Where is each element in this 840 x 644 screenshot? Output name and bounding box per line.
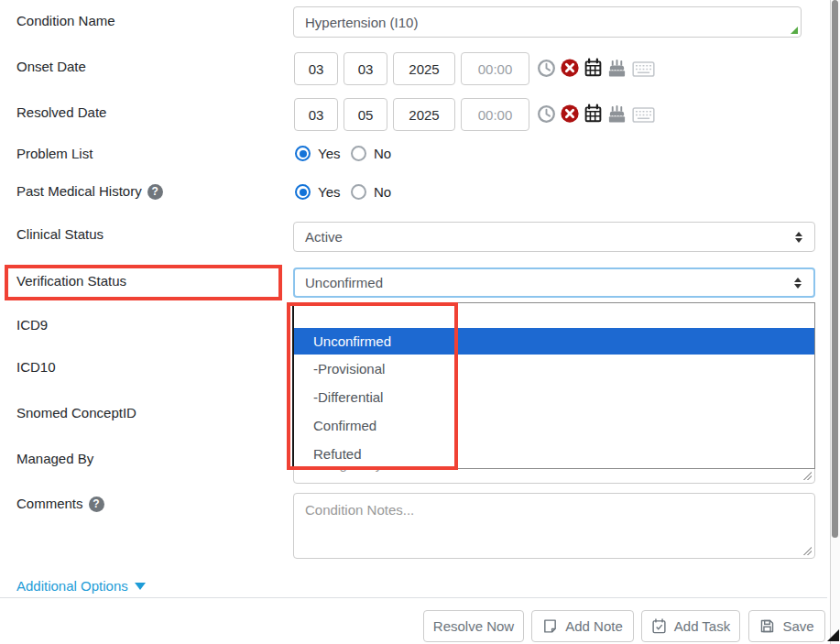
resolve-now-button[interactable]: Resolve Now [423,610,524,642]
help-icon[interactable]: ? [89,497,104,512]
condition-name-input[interactable]: Hypertension (I10) [293,6,802,38]
radio-unselected-icon[interactable] [351,146,366,161]
radio-unselected-icon[interactable] [351,184,366,200]
resolve-now-label: Resolve Now [433,618,514,634]
resolved-time-input[interactable]: 00:00 [461,98,529,131]
clinical-status-select[interactable]: Active [293,222,815,252]
add-note-label: Add Note [565,618,623,634]
resize-grip-icon[interactable] [791,27,798,34]
past-medical-history-label-text: Past Medical History [16,183,142,200]
clinical-status-label: Clinical Status [16,226,104,243]
birthday-cake-icon[interactable] [606,59,627,78]
radio-no-label: No [374,146,391,161]
radio-yes-label: Yes [318,184,340,200]
problem-list-yes-radio[interactable]: Yes [295,146,340,161]
scrollbar-thumb[interactable] [832,0,838,538]
resize-grip-icon[interactable] [803,472,812,480]
resolved-day-input[interactable]: 05 [344,98,387,131]
save-button[interactable]: Save [748,610,825,642]
clinical-status-value: Active [305,229,343,245]
clear-date-icon[interactable] [560,104,580,124]
problem-list-no-radio[interactable]: No [351,146,391,161]
radio-selected-icon[interactable] [295,146,311,161]
add-task-label: Add Task [674,618,730,634]
onset-day-input[interactable]: 03 [344,52,387,85]
resolved-time-value: 00:00 [478,107,513,123]
verification-status-value: Unconfirmed [305,275,383,290]
icd9-label: ICD9 [16,317,48,333]
additional-options-link[interactable]: Additional Options [16,578,146,594]
calendar-icon[interactable] [584,104,603,123]
past-medical-history-yes-radio[interactable]: Yes [295,184,340,200]
condition-name-value: Hypertension (I10) [305,15,418,30]
comments-label: Comments ? [16,496,104,512]
snomed-concept-id-label: Snomed ConceptID [16,405,136,421]
keyboard-icon[interactable] [632,107,655,123]
save-label: Save [782,618,813,634]
keyboard-icon[interactable] [632,61,655,77]
problem-list-label: Problem List [16,146,93,162]
clock-icon[interactable] [537,59,556,78]
add-task-button[interactable]: Add Task [641,610,740,642]
verification-status-select[interactable]: Unconfirmed [293,267,815,298]
resize-grip-icon[interactable] [803,547,812,555]
select-arrows-icon [795,232,802,243]
clear-date-icon[interactable] [560,58,580,78]
comments-label-text: Comments [16,496,83,512]
divider [0,597,827,598]
radio-no-label: No [374,184,391,200]
comments-placeholder: Condition Notes... [305,502,414,518]
condition-form: Condition Name Hypertension (I10) Onset … [0,0,840,644]
condition-name-label: Condition Name [16,13,115,29]
radio-selected-icon[interactable] [295,184,311,200]
onset-time-value: 00:00 [478,61,513,77]
add-note-button[interactable]: Add Note [531,610,634,642]
additional-options-text: Additional Options [16,578,128,594]
comments-textarea[interactable]: Condition Notes... [293,493,815,559]
radio-yes-label: Yes [318,146,340,161]
clock-icon[interactable] [537,104,556,124]
resolved-month-input[interactable]: 03 [294,98,338,131]
managed-by-label: Managed By [16,451,93,467]
onset-month-value: 03 [309,61,324,77]
note-icon [542,618,558,634]
past-medical-history-no-radio[interactable]: No [351,184,391,200]
help-icon[interactable]: ? [147,184,163,200]
scroll-corner-icon [827,629,839,641]
caret-down-icon [135,583,146,590]
annotation-rectangle-dropdown [287,302,458,470]
past-medical-history-label: Past Medical History ? [16,183,163,200]
resolved-date-label: Resolved Date [16,104,106,121]
onset-time-input[interactable]: 00:00 [461,52,529,85]
resolved-year-input[interactable]: 2025 [393,98,455,131]
resolved-year-value: 2025 [409,107,439,123]
birthday-cake-icon[interactable] [606,104,627,124]
onset-year-value: 2025 [409,61,439,77]
calendar-icon[interactable] [584,58,603,77]
select-arrows-icon [794,278,802,289]
icd10-label: ICD10 [16,359,56,376]
task-calendar-icon [651,618,667,634]
resolved-month-value: 03 [309,107,324,123]
onset-month-input[interactable]: 03 [294,52,338,85]
resolved-day-value: 05 [358,107,374,123]
onset-date-label: Onset Date [16,59,86,75]
onset-year-input[interactable]: 2025 [393,52,455,85]
save-floppy-icon [759,618,775,634]
annotation-rectangle-label [5,265,282,300]
onset-day-value: 03 [358,61,374,77]
